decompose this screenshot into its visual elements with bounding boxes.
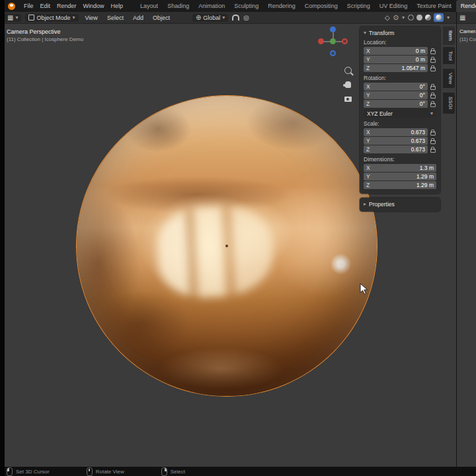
globe-icon: ⊕: [196, 15, 201, 21]
sidebar-tab-view[interactable]: View: [443, 69, 455, 88]
workspace-tab-layout[interactable]: Layout: [136, 0, 163, 12]
mouse-cursor: [360, 283, 368, 296]
workspace-tab-rendering[interactable]: Rendering: [263, 0, 300, 12]
statusbar-rotate-view: Rotate View: [87, 467, 124, 476]
axis-value: 1.29 m: [416, 182, 434, 188]
axis-value: 0.673: [411, 146, 425, 153]
vh-menu-object[interactable]: Object: [150, 15, 173, 21]
camera-view-button[interactable]: [342, 94, 353, 104]
shading-wireframe-icon[interactable]: [408, 15, 414, 20]
location-z-field[interactable]: Z 1.0547 m: [364, 64, 428, 72]
location-label: Location:: [364, 39, 436, 46]
gizmo-x-pos-axis[interactable]: [342, 38, 348, 44]
workspace-tab-uv-editing[interactable]: UV Editing: [375, 0, 413, 12]
workspace-tab-animation[interactable]: Animation: [194, 0, 229, 12]
icosphere-object[interactable]: [77, 96, 377, 396]
scale-x-field[interactable]: X 0.673: [364, 128, 428, 136]
dimensions-z-field[interactable]: Z 1.29 m: [364, 181, 436, 189]
lock-button[interactable]: [429, 137, 436, 145]
orientation-dropdown[interactable]: ⊕ Global ▾: [192, 14, 228, 22]
viewport-3d[interactable]: Camera Perspective (11) Collection | Ico…: [0, 24, 456, 467]
lock-button[interactable]: [429, 83, 436, 91]
menu-help[interactable]: Help: [108, 0, 127, 12]
blender-logo-icon[interactable]: [8, 3, 15, 10]
rotation-x-field[interactable]: X 0°: [364, 83, 428, 91]
rotation-y-field[interactable]: Y 0°: [364, 91, 428, 99]
statusbar: Set 3D Cursor Rotate View Select: [0, 467, 476, 476]
lock-button[interactable]: [429, 128, 436, 136]
chevron-down-icon: ▾: [364, 30, 366, 36]
lock-icon: [430, 149, 436, 153]
location-y-field[interactable]: Y 0 m: [364, 56, 428, 63]
editor-type-dropdown[interactable]: ▦ ▾: [4, 14, 21, 22]
axis-label: X: [366, 83, 370, 90]
lock-button[interactable]: [429, 91, 436, 99]
workspace-tab-sculpting[interactable]: Sculpting: [229, 0, 263, 12]
rotation-mode-dropdown[interactable]: XYZ Euler ▾: [364, 109, 436, 118]
gizmo-x-neg-axis[interactable]: [318, 38, 324, 44]
editor-type-icon[interactable]: ▦: [459, 15, 465, 21]
secondary-viewport[interactable]: ▦ Camera (11) Col: [456, 12, 476, 467]
scale-z-field[interactable]: Z 0.673: [364, 145, 428, 153]
zoom-button[interactable]: [342, 65, 353, 75]
axis-label: Z: [366, 146, 370, 153]
workspace-tab-texture-paint[interactable]: Texture Paint: [412, 0, 456, 12]
lock-button[interactable]: [429, 64, 436, 72]
shading-material-icon[interactable]: [425, 15, 431, 20]
viewport-header: ▦ ▾ Object Mode ▾ View Select Add Object…: [0, 12, 456, 24]
workspace-tab-rendering-001[interactable]: Rendering.001: [456, 0, 476, 12]
lock-button[interactable]: [429, 145, 436, 153]
dimensions-label: Dimensions:: [364, 156, 436, 163]
chevron-down-icon[interactable]: ▾: [447, 15, 450, 20]
topbar: File Edit Render Window Help Layout Shad…: [0, 0, 476, 12]
chevron-down-icon[interactable]: ▾: [402, 15, 405, 20]
sidebar-tab-tool[interactable]: Tool: [443, 47, 455, 65]
workspace-tab-shading[interactable]: Shading: [163, 0, 194, 12]
dimensions-x-row: X 1.3 m: [364, 164, 436, 172]
gizmo-toggle-icon[interactable]: ◇: [385, 15, 390, 21]
transform-panel-header[interactable]: ▾ Transform: [364, 30, 436, 36]
dimensions-x-field[interactable]: X 1.3 m: [364, 164, 436, 172]
pan-button[interactable]: [342, 79, 353, 90]
editor-type-icon: ▦: [7, 15, 13, 21]
snap-magnet-icon[interactable]: [232, 15, 239, 20]
vh-menu-add[interactable]: Add: [130, 15, 146, 21]
gizmo-y-axis[interactable]: [330, 38, 336, 44]
axis-value: 1.29 m: [416, 173, 434, 180]
lock-button[interactable]: [429, 56, 436, 63]
lock-icon: [430, 103, 436, 107]
workspace-tab-scripting[interactable]: Scripting: [342, 0, 375, 12]
gizmo-z-neg-axis[interactable]: [330, 50, 336, 56]
camera-icon: [344, 97, 352, 102]
navigation-gizmo[interactable]: [317, 25, 349, 57]
lock-icon: [430, 132, 436, 136]
menu-render[interactable]: Render: [54, 0, 80, 12]
mode-dropdown[interactable]: Object Mode ▾: [25, 14, 78, 22]
scale-y-field[interactable]: Y 0.673: [364, 137, 428, 145]
shading-rendered-active[interactable]: [434, 13, 444, 22]
sidebar-tab-item[interactable]: Item: [443, 26, 455, 45]
overlays-icon[interactable]: ⊙: [393, 15, 399, 21]
transform-panel: ▾ Transform Location: X 0 m Y 0 m: [360, 26, 440, 194]
chevron-right-icon: ▸: [364, 202, 366, 207]
sidebar-tab-ssgi[interactable]: SSGI: [443, 93, 455, 113]
scale-x-row: X 0.673: [364, 128, 436, 136]
menu-edit[interactable]: Edit: [37, 0, 54, 12]
gizmo-z-axis[interactable]: [330, 26, 336, 32]
lock-button[interactable]: [429, 47, 436, 55]
properties-panel-header[interactable]: ▸ Properties: [364, 201, 436, 208]
proportional-edit-icon[interactable]: ◎: [243, 15, 249, 21]
shading-solid-icon[interactable]: [416, 15, 422, 20]
lock-icon: [430, 95, 436, 99]
statusbar-set-3d-cursor: Set 3D Cursor: [7, 467, 50, 476]
vh-menu-select[interactable]: Select: [104, 15, 126, 21]
rotation-z-field[interactable]: Z 0°: [364, 100, 428, 108]
menu-window[interactable]: Window: [80, 0, 108, 12]
menu-file[interactable]: File: [20, 0, 37, 12]
lock-button[interactable]: [429, 100, 436, 108]
shading-mode-group: [408, 13, 444, 22]
location-x-field[interactable]: X 0 m: [364, 47, 428, 55]
workspace-tab-compositing[interactable]: Compositing: [300, 0, 342, 12]
dimensions-y-field[interactable]: Y 1.29 m: [364, 173, 436, 180]
vh-menu-view[interactable]: View: [83, 15, 100, 21]
